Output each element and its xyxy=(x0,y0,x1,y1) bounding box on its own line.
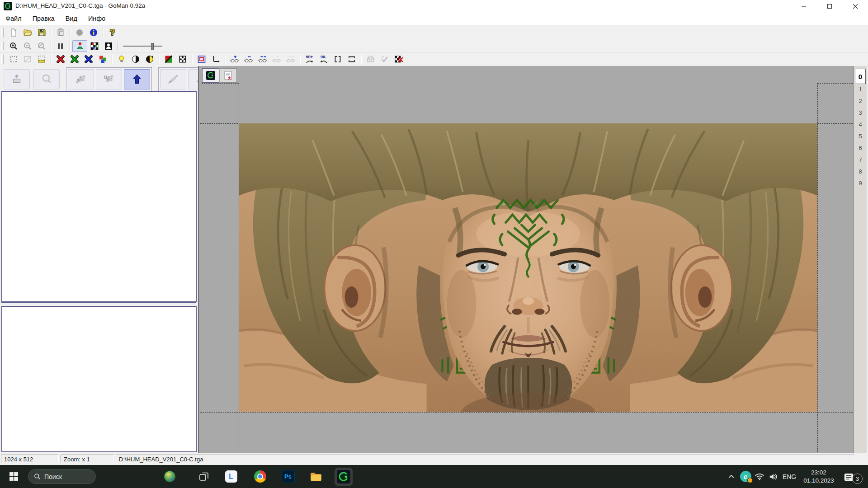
ruler-index-5[interactable]: 5 xyxy=(854,133,867,140)
toolbar-grip[interactable] xyxy=(1,28,4,38)
mip-minus-off-button[interactable] xyxy=(269,54,283,65)
color-mix-button[interactable] xyxy=(161,54,175,65)
alpha-mask-button[interactable] xyxy=(101,41,115,52)
taskbar-game-icon[interactable] xyxy=(162,465,177,488)
left-panel-list-top[interactable] xyxy=(1,91,197,302)
remove-red-button[interactable] xyxy=(53,54,67,65)
minimize-button[interactable] xyxy=(791,0,816,12)
ruler-index-4[interactable]: 4 xyxy=(854,121,867,128)
taskbar-photoshop[interactable]: Ps xyxy=(280,465,296,488)
paste-button[interactable] xyxy=(53,27,67,38)
canvas-area[interactable] xyxy=(198,66,854,453)
upload-arrow-button[interactable] xyxy=(124,69,150,89)
toolbar-grip[interactable] xyxy=(1,55,4,64)
ruler-index-6[interactable]: 6 xyxy=(854,145,867,151)
taskbar-chrome[interactable] xyxy=(252,465,268,488)
notification-center[interactable]: 3 xyxy=(844,471,863,484)
zoom-slider[interactable] xyxy=(123,42,165,51)
zoom-slider-handle[interactable] xyxy=(151,43,154,50)
ruler-index-7[interactable]: 7 xyxy=(854,156,867,163)
rotate-90-cw-button[interactable]: 90+ xyxy=(302,54,316,65)
remove-blue-button[interactable] xyxy=(81,54,95,65)
taskbar-explorer[interactable] xyxy=(308,465,324,488)
crop-button[interactable] xyxy=(194,54,208,65)
rgb-channels-button[interactable] xyxy=(95,54,109,65)
tray-eset[interactable]: e xyxy=(739,465,752,488)
mip-minus2-button[interactable] xyxy=(255,54,269,65)
preview-zoom-button[interactable] xyxy=(33,69,60,89)
left-panel-list-bottom[interactable] xyxy=(1,306,197,452)
export-button[interactable] xyxy=(363,54,377,65)
edit-list-pencil-button[interactable] xyxy=(68,69,94,89)
ruler-index-0[interactable]: 0 xyxy=(855,69,866,84)
guide-right[interactable] xyxy=(817,83,818,452)
rgb-tiles-button[interactable] xyxy=(87,41,101,52)
new-button[interactable] xyxy=(6,27,20,38)
search-label: Поиск xyxy=(44,473,62,480)
zoom-out-button[interactable] xyxy=(20,41,34,52)
lamp-button[interactable] xyxy=(114,54,128,65)
quill-tool-button[interactable] xyxy=(160,69,186,89)
remove-green-button[interactable] xyxy=(67,54,81,65)
remove-blue-icon xyxy=(84,55,93,64)
rotate-90-ccw-button[interactable]: 90- xyxy=(316,54,330,65)
tray-language[interactable]: ENG xyxy=(781,465,798,488)
taskbar-lightshot[interactable]: L xyxy=(223,465,239,488)
tray-clock[interactable]: 23:02 01.10.2023 xyxy=(798,469,839,484)
menu-file[interactable]: Файл xyxy=(0,15,27,22)
taskbar-goman-active[interactable] xyxy=(335,468,353,486)
tray-expand-button[interactable] xyxy=(724,465,738,488)
open-button[interactable] xyxy=(20,27,34,38)
texture-image[interactable] xyxy=(239,123,817,412)
ruler-index-2[interactable]: 2 xyxy=(854,98,867,104)
guide-image-bottom[interactable] xyxy=(200,412,853,413)
flip-axis-button[interactable] xyxy=(208,54,222,65)
toolbar-view xyxy=(0,40,868,52)
maximize-button[interactable] xyxy=(816,0,842,12)
toolbar-grip[interactable] xyxy=(1,42,4,50)
rotate-90-cw-icon: 90+ xyxy=(306,55,313,59)
zoom-off-button[interactable] xyxy=(34,41,48,52)
close-button[interactable] xyxy=(842,0,868,12)
mip-minus2-off-button[interactable] xyxy=(283,54,297,65)
import-texture-button[interactable] xyxy=(4,69,30,89)
stretch-button[interactable] xyxy=(175,54,189,65)
zoom-in-icon xyxy=(9,42,18,51)
ruler-index-9[interactable]: 9 xyxy=(854,180,867,187)
tab-texture-view[interactable] xyxy=(202,68,219,83)
mirror-vertical-icon xyxy=(347,55,356,64)
select-measure-button[interactable] xyxy=(34,54,48,65)
record-button[interactable] xyxy=(72,27,86,38)
menu-view[interactable]: Вид xyxy=(60,15,83,22)
delete-alpha-button[interactable] xyxy=(392,54,406,65)
tab-properties-view[interactable] xyxy=(220,68,237,83)
zoom-slider-track[interactable] xyxy=(123,46,162,47)
taskbar-search[interactable]: Поиск xyxy=(28,469,96,484)
help-button[interactable]: ? xyxy=(105,27,119,38)
save-button[interactable] xyxy=(34,27,48,38)
mirror-horizontal-button[interactable] xyxy=(330,54,344,65)
ruler-index-8[interactable]: 8 xyxy=(854,168,867,175)
zoom-in-button[interactable] xyxy=(6,41,20,52)
select-rect-button[interactable] xyxy=(6,54,20,65)
edit-list-picker-button[interactable] xyxy=(96,69,122,89)
task-view-button[interactable] xyxy=(196,465,212,488)
mirror-vertical-button[interactable] xyxy=(344,54,359,65)
menu-edit[interactable]: Правка xyxy=(27,15,60,22)
ruler-index-3[interactable]: 3 xyxy=(854,109,867,116)
info-button[interactable] xyxy=(86,27,100,38)
gamma-button[interactable] xyxy=(142,54,156,65)
mip-plus-button[interactable] xyxy=(227,54,241,65)
mip-minus-button[interactable] xyxy=(241,54,255,65)
tray-network[interactable] xyxy=(753,465,766,488)
pause-button[interactable] xyxy=(53,41,67,52)
contrast-button[interactable] xyxy=(128,54,142,65)
rgb-view-button[interactable] xyxy=(72,40,87,52)
ruler-index-1[interactable]: 1 xyxy=(854,86,867,93)
apply-check-button[interactable] xyxy=(377,54,392,65)
tray-volume[interactable] xyxy=(767,465,780,488)
extra-tool-button[interactable] xyxy=(188,69,198,89)
start-button[interactable] xyxy=(5,465,23,488)
menu-info[interactable]: Инфо xyxy=(83,15,111,22)
select-diagonal-button[interactable] xyxy=(20,54,34,65)
